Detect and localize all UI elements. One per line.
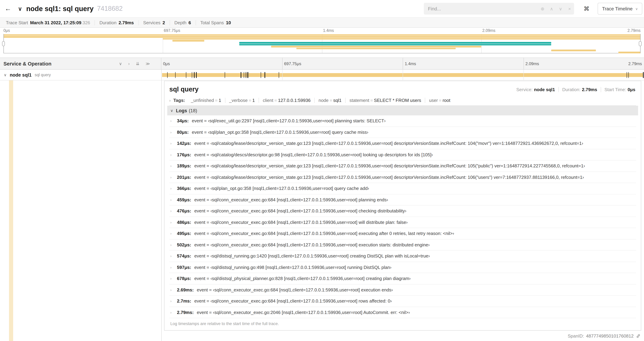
log-row[interactable]: ›80μs:event = ‹sql/plan_opt.go:358 [nsql…: [169, 127, 636, 138]
log-tick-marker: [246, 72, 246, 78]
chevron-right-icon[interactable]: ›: [170, 142, 176, 145]
chevron-right-icon[interactable]: ›: [170, 310, 176, 314]
summary-label: Depth: [174, 20, 186, 25]
find-bar: ⊕∧∨×: [424, 3, 574, 15]
log-tick-marker: [643, 72, 644, 78]
tag-value: 1: [219, 98, 221, 103]
minimap-right-scrubber[interactable]: [640, 34, 640, 53]
log-timestamp: 2.7ms:: [177, 298, 191, 304]
log-row[interactable]: ›142μs:event = ‹sql/catalog/lease/descri…: [169, 138, 636, 149]
log-row[interactable]: ›366μs:event = ‹sql/plan_opt.go:358 [nsq…: [169, 183, 636, 194]
minimap-left-scrubber[interactable]: [4, 34, 4, 53]
log-row[interactable]: ›201μs:event = ‹sql/catalog/lease/descri…: [169, 172, 636, 183]
chevron-down-icon[interactable]: ∨: [170, 108, 173, 113]
log-row[interactable]: ›459μs:event = ‹sql/conn_executor_exec.g…: [169, 194, 636, 205]
log-tick-marker: [175, 72, 176, 78]
next-match-icon[interactable]: ∨: [556, 6, 565, 11]
chevron-right-icon[interactable]: ›: [170, 164, 176, 168]
chevron-right-icon[interactable]: ›: [170, 288, 176, 292]
trace-collapse-chevron-icon[interactable]: ∨: [18, 5, 22, 12]
clear-find-icon[interactable]: ×: [565, 6, 574, 11]
span-id-label: SpanID:: [568, 333, 584, 338]
tag-key: user: [429, 98, 438, 103]
chevron-right-icon[interactable]: ›: [170, 277, 176, 280]
log-row[interactable]: ›2.7ms:event = ‹sql/conn_executor_exec.g…: [169, 296, 636, 307]
keyboard-shortcuts-button[interactable]: ⌘: [580, 3, 593, 15]
log-tick-marker: [627, 72, 627, 78]
minimap-axis-label: 697.75μs: [164, 29, 180, 33]
span-indent-guide: [9, 80, 13, 341]
log-tick-marker: [628, 72, 629, 78]
log-row[interactable]: ›597μs:event = ‹sql/distsql_running.go:4…: [169, 262, 636, 273]
minimap-canvas[interactable]: [4, 34, 640, 53]
log-tick-marker: [196, 72, 197, 78]
tag-key: _verbose: [229, 98, 248, 103]
find-input[interactable]: [424, 6, 538, 11]
chevron-right-icon[interactable]: ›: [170, 254, 176, 258]
tags-accordion[interactable]: › Tags: _unfinished=1_verbose=1client=12…: [169, 95, 636, 106]
log-tick-marker: [194, 72, 194, 78]
log-event-text: event = ‹sql/exec_util.go:2297 [nsql1,cl…: [192, 118, 386, 124]
log-row[interactable]: ›189μs:event = ‹sql/catalog/lease/descri…: [169, 160, 636, 172]
span-row[interactable]: ∨ node sql1 sql query: [0, 70, 644, 80]
tag-item: _unfinished=1: [187, 98, 225, 103]
chevron-right-icon[interactable]: ›: [170, 130, 176, 134]
chevron-right-icon[interactable]: ›: [170, 209, 176, 213]
log-row[interactable]: ›678μs:event = ‹sql/distsql_physical_pla…: [169, 273, 636, 284]
chevron-right-icon[interactable]: ›: [170, 243, 176, 247]
logs-accordion-header[interactable]: ∨ Logs (18): [167, 106, 638, 115]
locate-match-icon[interactable]: ⊕: [538, 6, 547, 11]
log-tick-marker: [225, 72, 225, 78]
expand-all-icon[interactable]: ≫: [146, 61, 150, 66]
chevron-right-icon[interactable]: ›: [170, 198, 176, 202]
span-operation-name: sql query: [34, 73, 51, 77]
chevron-right-icon[interactable]: ›: [170, 187, 176, 190]
back-icon[interactable]: ←: [0, 5, 16, 13]
log-row[interactable]: ›495μs:event = ‹sql/conn_executor_exec.g…: [169, 228, 636, 239]
log-timestamp: 2.79ms:: [177, 310, 194, 315]
log-row[interactable]: ›2.79ms:event = ‹sql/conn_executor_exec.…: [169, 307, 636, 318]
trace-view-dropdown[interactable]: Trace Timeline ∨: [598, 3, 642, 15]
chevron-right-icon[interactable]: ›: [170, 265, 176, 269]
chevron-right-icon[interactable]: ›: [170, 232, 176, 235]
span-name-cell[interactable]: ∨ node sql1 sql query: [0, 70, 161, 80]
chevron-right-icon[interactable]: ›: [169, 98, 170, 102]
log-timestamp: 80μs:: [177, 130, 189, 135]
minimap-axis-label: 2.09ms: [482, 29, 495, 33]
chevron-right-icon[interactable]: ›: [170, 299, 176, 303]
minimap-axis-label: 2.79ms: [628, 29, 640, 33]
log-tick-marker: [261, 72, 261, 78]
tag-key: client: [263, 98, 273, 103]
link-icon[interactable]: [636, 334, 640, 338]
span-timeline-cell[interactable]: [161, 70, 644, 80]
log-row[interactable]: ›2.69ms:event = ‹sql/conn_executor_exec.…: [169, 284, 636, 296]
collapse-all-icon[interactable]: ⇊: [136, 61, 139, 66]
tags-label: Tags:: [173, 98, 185, 103]
expand-one-icon[interactable]: ›: [128, 61, 130, 66]
log-event-text: event = ‹sql/conn_executor_exec.go:684 […: [194, 197, 388, 202]
chevron-down-icon[interactable]: ∨: [4, 73, 6, 77]
collapse-one-icon[interactable]: ∨: [119, 61, 122, 66]
scrubber-handle[interactable]: [2, 41, 5, 46]
log-row[interactable]: ›502μs:event = ‹sql/conn_executor_exec.g…: [169, 239, 636, 250]
span-detail-header: sql query Service:node sql1Duration:2.79…: [169, 81, 636, 95]
prev-match-icon[interactable]: ∧: [547, 6, 556, 11]
chevron-right-icon[interactable]: ›: [170, 175, 176, 179]
log-row[interactable]: ›34μs:event = ‹sql/exec_util.go:2297 [ns…: [169, 115, 636, 127]
log-row[interactable]: ›176μs:event = ‹sql/catalog/descs/descri…: [169, 149, 636, 160]
log-event-text: event = ‹sql/distsql_running.go:498 [nsq…: [194, 265, 392, 270]
log-row[interactable]: ›476μs:event = ‹sql/conn_executor_exec.g…: [169, 205, 636, 217]
log-row[interactable]: ›486μs:event = ‹sql/conn_executor_exec.g…: [169, 217, 636, 228]
log-event-text: event = ‹sql/conn_executor_exec.go:684 […: [194, 220, 408, 225]
logs-label: Logs: [176, 108, 187, 113]
summary-value: March 31 2022, 17:25:09: [30, 20, 81, 25]
log-timestamp: 486μs:: [177, 220, 191, 225]
chevron-right-icon[interactable]: ›: [170, 153, 176, 157]
log-timestamp: 574μs:: [177, 253, 191, 259]
scrubber-handle[interactable]: [639, 41, 642, 46]
log-event-text: event = ‹sql/conn_executor_exec.go:684 […: [194, 231, 454, 236]
log-timestamp: 176μs:: [177, 152, 191, 157]
chevron-right-icon[interactable]: ›: [170, 119, 176, 123]
chevron-right-icon[interactable]: ›: [170, 220, 176, 224]
log-row[interactable]: ›574μs:event = ‹sql/distsql_running.go:1…: [169, 250, 636, 262]
